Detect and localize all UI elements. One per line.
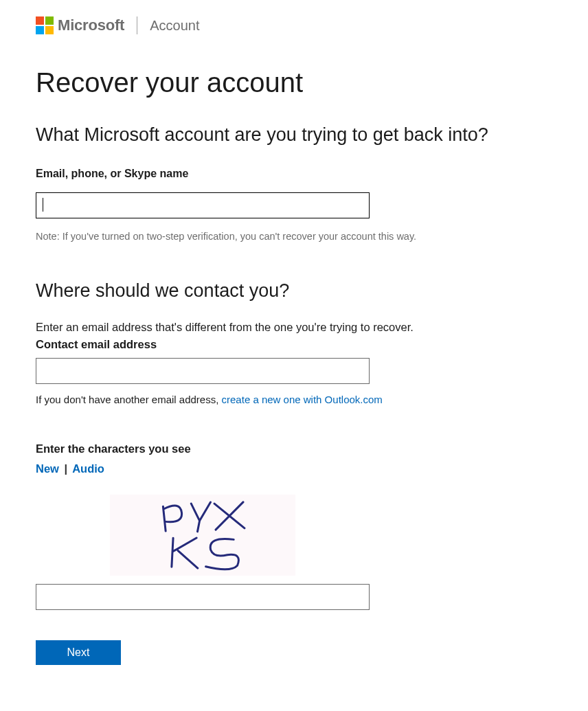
next-button[interactable]: Next: [36, 640, 121, 665]
captcha-link-separator: |: [65, 462, 68, 475]
section-account-heading: What Microsoft account are you trying to…: [36, 124, 552, 146]
brand-name: Microsoft: [58, 16, 124, 34]
outlook-hint-prefix: If you don't have another email address,: [36, 394, 222, 405]
outlook-hint: If you don't have another email address,…: [36, 394, 552, 405]
page-title: Recover your account: [36, 67, 552, 98]
captcha-audio-link[interactable]: Audio: [72, 462, 104, 475]
two-step-note: Note: If you've turned on two-step verif…: [36, 231, 552, 242]
microsoft-logo: Microsoft: [36, 16, 124, 34]
microsoft-logo-icon: [36, 16, 54, 34]
header-bar: Microsoft Account: [0, 0, 588, 41]
header-divider: [137, 16, 137, 34]
account-input[interactable]: [36, 192, 370, 218]
contact-instruction: Enter an email address that's different …: [36, 321, 552, 334]
account-field-label: Email, phone, or Skype name: [36, 168, 552, 180]
section-contact-heading: Where should we contact you?: [36, 280, 552, 302]
captcha-input[interactable]: [36, 584, 370, 610]
create-outlook-link[interactable]: create a new one with Outlook.com: [222, 394, 383, 405]
captcha-svg-icon: [134, 497, 271, 573]
captcha-new-link[interactable]: New: [36, 462, 59, 475]
contact-email-input[interactable]: [36, 358, 370, 384]
captcha-label: Enter the characters you see: [36, 442, 552, 455]
header-subtitle: Account: [150, 18, 199, 34]
contact-field-label: Contact email address: [36, 338, 552, 351]
captcha-image: [110, 495, 295, 576]
